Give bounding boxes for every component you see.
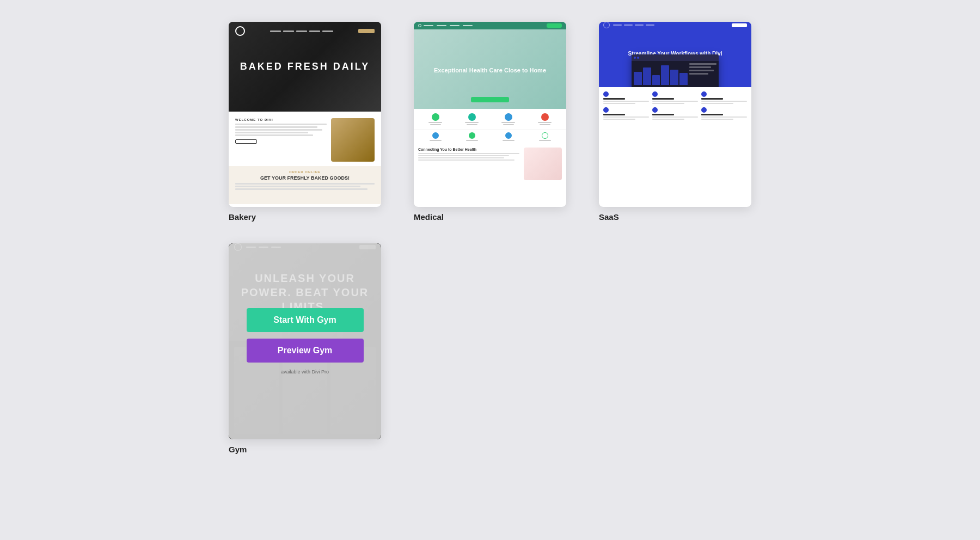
saas-nav-button bbox=[732, 23, 747, 27]
virtual-care-icon bbox=[432, 113, 439, 121]
bakery-nav-links bbox=[270, 30, 333, 32]
medical-hero-button bbox=[471, 97, 509, 102]
saas-feature-3 bbox=[701, 91, 747, 104]
saas-card[interactable]: Streamline Your Workflows with Divi bbox=[599, 22, 751, 207]
saas-feature-1 bbox=[603, 91, 649, 104]
saas-features-grid bbox=[599, 87, 751, 124]
medical-service-more bbox=[528, 132, 562, 141]
gym-availability-note: available with Divi Pro bbox=[281, 369, 329, 375]
medical-nav bbox=[414, 22, 566, 29]
saas-feature-4 bbox=[603, 107, 649, 120]
saas-logo bbox=[603, 22, 610, 28]
feature-6-icon bbox=[701, 107, 707, 113]
gym-card[interactable]: UNLEASH YOUR POWER. BEAT YOUR LIMITS. St… bbox=[229, 243, 381, 439]
bakery-product-image bbox=[331, 118, 375, 162]
saas-label: SaaS bbox=[599, 212, 619, 222]
gym-hover-overlay: Start With Gym Preview Gym available wit… bbox=[229, 243, 381, 439]
medical-body-content: Connecting You to Better Health bbox=[418, 148, 519, 180]
saas-nav-links bbox=[613, 24, 732, 26]
medical-hero: Exceptional Health Care Close to Home bbox=[414, 22, 566, 109]
medical-body-title: Connecting You to Better Health bbox=[418, 148, 519, 151]
emergency-care-icon bbox=[468, 113, 476, 121]
preview-gym-button[interactable]: Preview Gym bbox=[247, 339, 364, 363]
womens-health-icon bbox=[432, 132, 439, 139]
medical-services-row2 bbox=[414, 130, 566, 143]
saas-dashboard-header bbox=[632, 54, 719, 61]
bakery-footer: ORDER ONLINE GET YOUR FRESHLY BAKED GOOD… bbox=[229, 166, 381, 204]
pediatrics-icon bbox=[469, 132, 475, 139]
medical-service-specialty bbox=[528, 113, 562, 125]
bakery-nav bbox=[229, 26, 381, 36]
bakery-nav-button bbox=[358, 29, 375, 33]
bakery-logo bbox=[235, 26, 245, 36]
medical-service-primary bbox=[491, 113, 525, 125]
medical-card[interactable]: Exceptional Health Care Close to Home bbox=[414, 22, 566, 207]
medical-nav-button bbox=[547, 23, 562, 28]
saas-card-wrapper: Streamline Your Workflows with Divi bbox=[599, 22, 751, 222]
bakery-card-wrapper: BAKED FRESH DAILY WELCOME TO DIVI ORDER … bbox=[229, 22, 381, 222]
bakery-footer-title: GET YOUR FRESHLY BAKED GOODS! bbox=[235, 175, 375, 181]
saas-dashboard-preview bbox=[632, 54, 719, 87]
medical-service-virtual bbox=[418, 113, 452, 125]
medical-body: Connecting You to Better Health bbox=[414, 143, 566, 185]
bakery-body-title: WELCOME TO DIVI bbox=[235, 118, 327, 121]
saas-feature-5 bbox=[652, 107, 698, 120]
primary-care-icon bbox=[505, 113, 512, 121]
bakery-hero-text: BAKED FRESH DAILY bbox=[240, 60, 370, 73]
medical-nav-links bbox=[424, 25, 547, 26]
saas-hero: Streamline Your Workflows with Divi bbox=[599, 22, 751, 87]
specialty-care-icon bbox=[541, 113, 549, 121]
medical-logo bbox=[418, 24, 421, 27]
feature-5-icon bbox=[652, 107, 658, 113]
more-services-icon bbox=[542, 132, 548, 139]
bakery-hero: BAKED FRESH DAILY bbox=[229, 22, 381, 112]
feature-4-icon bbox=[603, 107, 609, 113]
saas-feature-6 bbox=[701, 107, 747, 120]
saas-dashboard-body bbox=[632, 61, 719, 87]
bakery-learn-more-button bbox=[235, 139, 257, 144]
start-with-gym-button[interactable]: Start With Gym bbox=[247, 308, 364, 332]
bakery-card[interactable]: BAKED FRESH DAILY WELCOME TO DIVI ORDER … bbox=[229, 22, 381, 207]
medical-services-row1 bbox=[414, 109, 566, 130]
saas-stats bbox=[689, 63, 716, 85]
diagnostics-icon bbox=[505, 132, 512, 139]
bakery-footer-subtitle: ORDER ONLINE bbox=[235, 170, 375, 174]
medical-service-emergency bbox=[455, 113, 489, 125]
feature-2-icon bbox=[652, 91, 658, 97]
saas-chart bbox=[634, 63, 688, 85]
saas-feature-2 bbox=[652, 91, 698, 104]
medical-label: Medical bbox=[414, 212, 444, 222]
bakery-body: WELCOME TO DIVI bbox=[229, 112, 381, 166]
medical-body-image bbox=[524, 148, 562, 180]
medical-service-womens bbox=[418, 132, 452, 141]
medical-service-diagnostics bbox=[491, 132, 525, 141]
gym-card-wrapper: UNLEASH YOUR POWER. BEAT YOUR LIMITS. St… bbox=[229, 243, 381, 454]
feature-1-icon bbox=[603, 91, 609, 97]
medical-hero-text: Exceptional Health Care Close to Home bbox=[428, 56, 552, 75]
feature-3-icon bbox=[701, 91, 707, 97]
medical-card-wrapper: Exceptional Health Care Close to Home bbox=[414, 22, 566, 222]
medical-service-pediatrics bbox=[455, 132, 489, 141]
bakery-label: Bakery bbox=[229, 212, 256, 222]
bakery-body-left: WELCOME TO DIVI bbox=[235, 118, 327, 159]
gym-label: Gym bbox=[229, 445, 247, 454]
template-grid: BAKED FRESH DAILY WELCOME TO DIVI ORDER … bbox=[22, 22, 958, 454]
saas-nav bbox=[599, 22, 751, 28]
